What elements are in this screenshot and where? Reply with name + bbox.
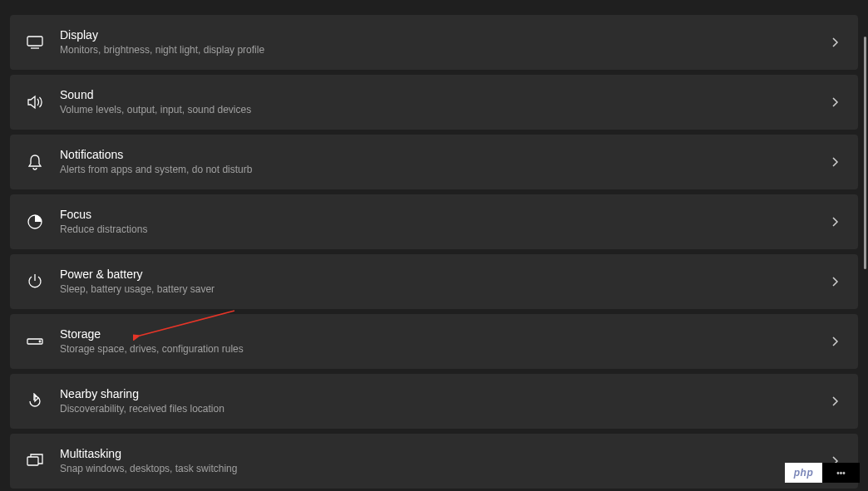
scrollbar-thumb[interactable]	[864, 37, 866, 269]
focus-icon	[25, 212, 45, 232]
settings-item-nearby-sharing[interactable]: Nearby sharing Discoverability, received…	[10, 374, 858, 429]
chevron-right-icon	[828, 37, 841, 48]
badge-left-text: php	[785, 463, 822, 483]
svg-rect-5	[27, 457, 38, 465]
item-subtitle: Snap windows, desktops, task switching	[60, 463, 828, 476]
settings-item-storage[interactable]: Storage Storage space, drives, configura…	[10, 314, 858, 369]
item-subtitle: Monitors, brightness, night light, displ…	[60, 44, 828, 57]
chevron-right-icon	[828, 276, 841, 287]
svg-rect-0	[27, 37, 42, 46]
settings-item-notifications[interactable]: Notifications Alerts from apps and syste…	[10, 135, 858, 189]
watermark-badge: php •••	[785, 463, 860, 483]
chevron-right-icon	[828, 96, 841, 108]
badge-right-text: •••	[822, 463, 860, 483]
bell-icon	[25, 152, 45, 172]
display-icon	[25, 32, 45, 52]
item-subtitle: Discoverability, received files location	[60, 403, 828, 416]
item-title: Power & battery	[60, 267, 828, 282]
settings-item-display[interactable]: Display Monitors, brightness, night ligh…	[10, 15, 858, 70]
settings-item-focus[interactable]: Focus Reduce distractions	[10, 194, 858, 249]
chevron-right-icon	[828, 156, 841, 168]
svg-point-4	[39, 341, 41, 342]
share-icon	[25, 391, 45, 411]
storage-icon	[25, 331, 45, 351]
item-title: Sound	[60, 87, 828, 102]
item-subtitle: Reduce distractions	[60, 223, 828, 237]
chevron-right-icon	[828, 395, 841, 407]
sound-icon	[25, 92, 45, 112]
settings-item-multitasking[interactable]: Multitasking Snap windows, desktops, tas…	[10, 434, 858, 489]
power-icon	[25, 272, 45, 292]
settings-list: Display Monitors, brightness, night ligh…	[0, 0, 868, 491]
item-subtitle: Sleep, battery usage, battery saver	[60, 283, 828, 297]
item-title: Focus	[60, 207, 828, 222]
chevron-right-icon	[828, 336, 841, 347]
item-title: Multitasking	[60, 446, 828, 461]
item-subtitle: Volume levels, output, input, sound devi…	[60, 104, 828, 117]
item-title: Nearby sharing	[60, 386, 828, 401]
item-subtitle: Alerts from apps and system, do not dist…	[60, 164, 828, 177]
item-title: Display	[60, 27, 828, 42]
item-subtitle: Storage space, drives, configuration rul…	[60, 343, 828, 356]
settings-item-sound[interactable]: Sound Volume levels, output, input, soun…	[10, 75, 858, 130]
item-title: Notifications	[60, 147, 828, 162]
chevron-right-icon	[828, 216, 841, 228]
multitask-icon	[25, 451, 45, 471]
item-title: Storage	[60, 327, 828, 341]
settings-item-power[interactable]: Power & battery Sleep, battery usage, ba…	[10, 254, 858, 309]
